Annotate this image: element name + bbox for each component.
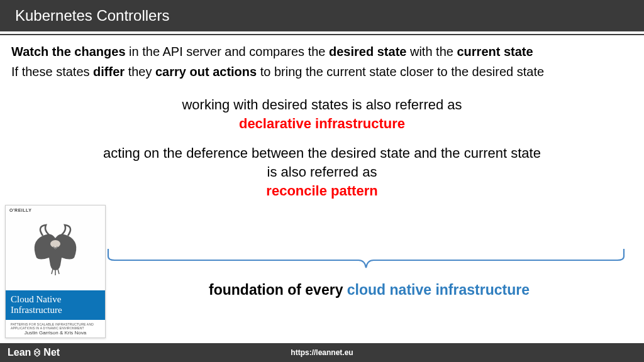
footer-url: https://leannet.eu: [291, 348, 353, 357]
foundation-line: foundation of every cloud native infrast…: [113, 282, 625, 299]
slide-footer: Lean Net https://leannet.eu: [0, 343, 644, 362]
vulture-illustration-icon: [24, 220, 87, 277]
book-publisher: O'REILLY: [9, 208, 31, 212]
c2-l2: is also referred as: [11, 163, 633, 182]
l2-s1: If these states: [11, 65, 93, 79]
l1-s2: in the API server and compares the: [126, 45, 330, 58]
book-title-l1: Cloud Native: [11, 294, 100, 305]
l2-s5: to bring the current state closer to the…: [257, 65, 544, 79]
foundation-s1: foundation of every: [209, 282, 347, 298]
svg-point-0: [50, 240, 60, 248]
l1-s5: current state: [457, 45, 533, 58]
book-authors: Justin Garrison & Kris Nova: [6, 330, 105, 336]
center-block-2: acting on the deference between the desi…: [11, 144, 633, 200]
c1-l1: working with desired states is also refe…: [11, 96, 633, 114]
book-cover-top: O'REILLY: [6, 206, 105, 290]
slide-body: Watch the changes in the API server and …: [0, 35, 644, 200]
body-line-1: Watch the changes in the API server and …: [11, 43, 633, 60]
footer-logo: Lean Net: [8, 347, 60, 358]
slide-title: Kubernetes Controllers: [15, 7, 169, 25]
book-title-l2: Infrastructure: [11, 305, 100, 315]
logo-right: Net: [43, 347, 60, 358]
slide-title-bar: Kubernetes Controllers: [0, 0, 644, 31]
logo-glyph-icon: [33, 348, 42, 357]
l2-s3: they: [125, 65, 155, 79]
c2-l3: reconcile pattern: [11, 182, 633, 200]
l1-s4: with the: [406, 45, 457, 58]
center-block-1: working with desired states is also refe…: [11, 96, 633, 133]
logo-left: Lean: [8, 347, 31, 358]
c1-l2: declarative infrastructure: [11, 114, 633, 133]
book-cover-image: O'REILLY Cloud Native Infrastructure PAT…: [5, 205, 106, 338]
l1-s3: desired state: [329, 45, 406, 58]
book-title-band: Cloud Native Infrastructure: [6, 290, 105, 320]
l2-s4: carry out actions: [155, 65, 257, 79]
foundation-s2: cloud native infrastructure: [347, 282, 530, 298]
l1-s1: Watch the changes: [11, 45, 126, 58]
c2-l1: acting on the deference between the desi…: [11, 144, 633, 163]
body-line-2: If these states differ they carry out ac…: [11, 63, 633, 80]
curly-brace-icon: [107, 248, 625, 273]
l2-s2: differ: [93, 65, 125, 79]
